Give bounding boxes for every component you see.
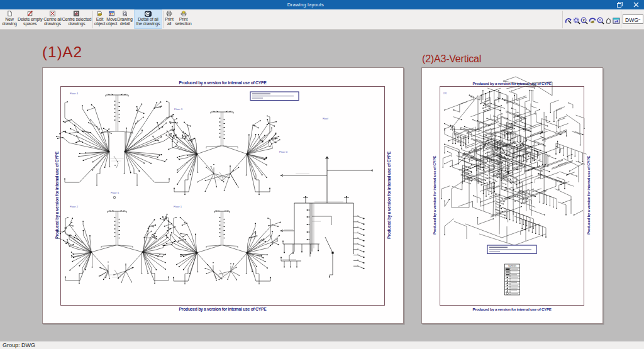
svg-text:Floor 4: Floor 4 <box>70 92 79 95</box>
svg-text:Floor 2: Floor 2 <box>70 205 79 208</box>
svg-text:Floor 0: Floor 0 <box>279 150 288 153</box>
svg-text:(0): (0) <box>443 91 447 94</box>
svg-text:Floor 5: Floor 5 <box>111 191 119 194</box>
svg-text:Roof: Roof <box>323 117 329 120</box>
svg-text:Floor 3: Floor 3 <box>174 108 183 111</box>
svg-text:Floor 1: Floor 1 <box>174 205 182 208</box>
svg-text:Symbols: Symbols <box>508 265 516 267</box>
